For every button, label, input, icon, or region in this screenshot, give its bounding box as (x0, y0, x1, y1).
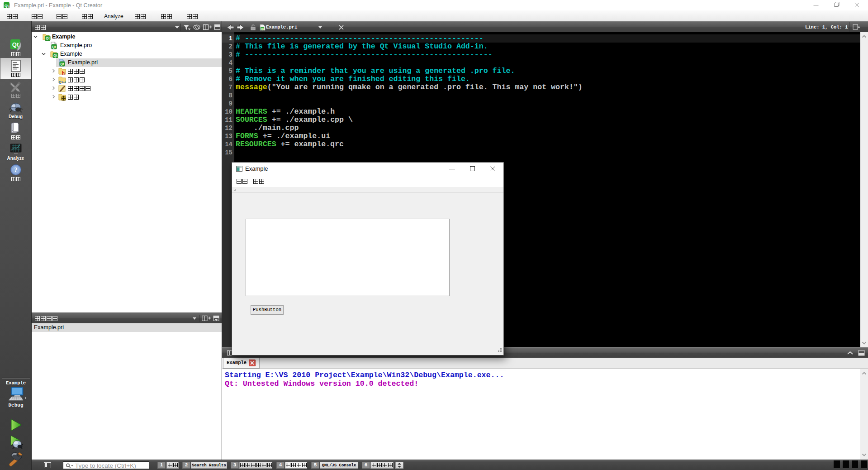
svg-text:Qt: Qt (61, 62, 64, 66)
svg-text:C++: C++ (58, 80, 66, 84)
svg-text:Qt: Qt (52, 45, 56, 49)
svg-text:Qt: Qt (53, 53, 57, 58)
svg-text:Qt: Qt (261, 28, 264, 30)
svg-text:?: ? (14, 167, 17, 173)
svg-text:Qt: Qt (46, 36, 50, 40)
svg-text:h: h (62, 71, 65, 75)
svg-text:Qt: Qt (12, 41, 19, 48)
